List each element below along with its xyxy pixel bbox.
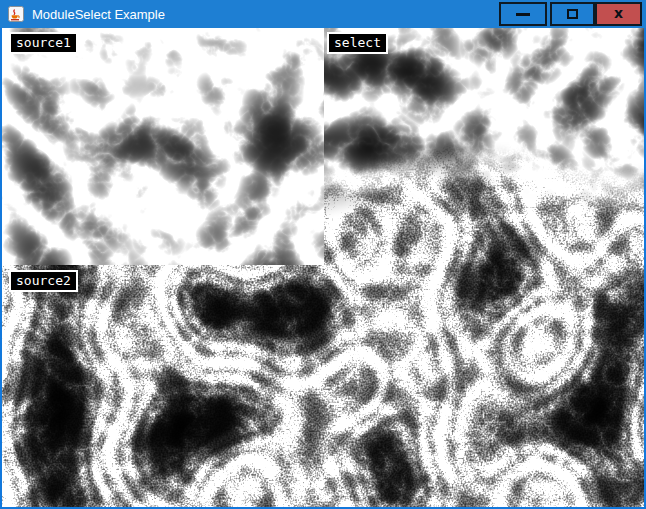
image-label-select: select <box>327 32 388 54</box>
source1-noise-image <box>2 28 324 265</box>
render-viewport: select source1 source2 <box>2 28 644 507</box>
window-controls: x <box>499 2 642 26</box>
minimize-button[interactable] <box>499 2 547 26</box>
maximize-button[interactable] <box>550 2 595 26</box>
minimize-icon <box>516 13 530 16</box>
image-label-source2: source2 <box>9 270 78 292</box>
titlebar[interactable]: ModuleSelect Example x <box>0 0 646 28</box>
app-window: ModuleSelect Example x select source1 so… <box>0 0 646 509</box>
source2-noise-image <box>2 265 644 507</box>
maximize-icon <box>567 9 578 19</box>
image-label-source1: source1 <box>9 32 78 54</box>
close-icon: x <box>614 6 623 20</box>
window-title: ModuleSelect Example <box>32 7 165 22</box>
java-coffee-icon <box>8 6 24 22</box>
close-button[interactable]: x <box>595 2 642 26</box>
